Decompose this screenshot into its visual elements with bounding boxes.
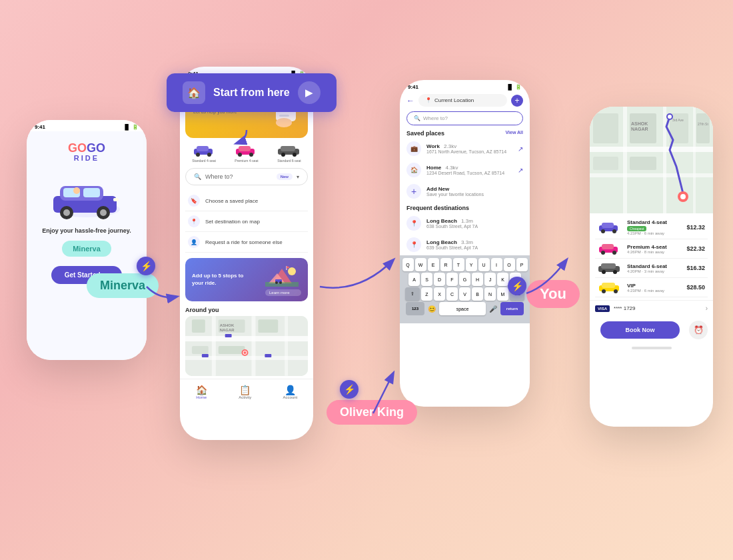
ride-standard-4[interactable]: Standard 4-seat Cheapest 4:23PM · 6 min … — [595, 216, 708, 239]
keyboard-row-1: Q W E R T Y U I O P — [401, 258, 528, 271]
key-z[interactable]: Z — [421, 287, 432, 301]
mic-key[interactable]: 🎤 — [487, 302, 499, 315]
bookmark-icon: 🔖 — [188, 195, 200, 207]
time-3: 9:41 — [408, 84, 418, 90]
car-premium-4[interactable]: Premium 4-seat — [235, 143, 258, 163]
work-nav-icon: ↗ — [518, 145, 523, 153]
svg-point-71 — [668, 115, 672, 119]
key-f[interactable]: F — [446, 273, 458, 286]
svg-rect-41 — [192, 319, 205, 333]
back-button[interactable]: ← — [406, 96, 414, 105]
key-p[interactable]: P — [516, 258, 528, 271]
svg-point-8 — [100, 209, 107, 216]
nav-account-label: Account — [283, 395, 298, 399]
map-destination-option[interactable]: 📍 Set destination on map — [185, 211, 308, 232]
ride-standard-6[interactable]: Standard 6-seat 4:20PM · 3 min away $16.… — [595, 259, 708, 278]
svg-point-17 — [196, 153, 200, 157]
ride-info-vip: VIP 4:23PM · 6 min away — [627, 283, 681, 293]
key-k[interactable]: K — [497, 273, 508, 286]
key-g[interactable]: G — [459, 273, 470, 286]
car-standard-6[interactable]: Standard 6-seat — [277, 143, 301, 163]
svg-rect-39 — [251, 316, 255, 376]
phone-booking: ASHOK NAGAR 3rd Ave 27th St Standard 4- — [590, 107, 713, 427]
key-r[interactable]: R — [440, 258, 452, 271]
nav-home[interactable]: 🏠 Home — [196, 385, 207, 399]
oliver-king-label: Oliver King — [327, 400, 417, 425]
key-q[interactable]: Q — [402, 258, 414, 271]
work-name: Work 2.3kv — [426, 143, 512, 149]
where-to-input[interactable]: 🔍 Where to? — [406, 111, 523, 125]
book-now-button[interactable]: Book Now — [600, 321, 680, 339]
lightning-badge-2: ⚡ — [340, 380, 359, 399]
ride-time-1: 4:23PM · 6 min away — [627, 231, 681, 235]
key-n[interactable]: N — [484, 287, 496, 301]
key-j[interactable]: J — [484, 273, 496, 286]
svg-point-14 — [276, 118, 292, 127]
add-location-button[interactable]: + — [511, 95, 523, 107]
key-shift[interactable]: ⇧ — [405, 287, 420, 301]
lb1-addr: 638 South Street, Apt 7A — [426, 224, 523, 229]
current-location-text: Current Location — [434, 97, 474, 103]
saved-place-option[interactable]: 🔖 Choose a saved place — [185, 191, 308, 211]
home-nav-icon: ↗ — [518, 167, 523, 174]
key-h[interactable]: H — [472, 273, 483, 286]
svg-rect-83 — [601, 263, 616, 269]
phone-welcome: 9:41 ▐▌ 🔋 GOGO RIDE — [27, 120, 147, 360]
car-illustration — [43, 173, 130, 219]
key-v[interactable]: V — [459, 287, 470, 301]
key-d[interactable]: D — [434, 273, 445, 286]
ride-price-2: $22.32 — [686, 245, 705, 252]
key-i[interactable]: I — [491, 258, 502, 271]
key-x[interactable]: X — [434, 287, 445, 301]
key-b[interactable]: B — [472, 287, 483, 301]
car-standard-4[interactable]: Standard 4-seat — [192, 143, 216, 163]
nav-activity[interactable]: 📋 Activity — [239, 385, 251, 399]
view-all-link[interactable]: View All — [506, 130, 523, 137]
longbeach-2[interactable]: 📍 Long Beach 3.3m 639 South Street, Apt … — [400, 234, 530, 255]
svg-point-89 — [614, 289, 618, 293]
longbeach-1[interactable]: 📍 Long Beach 1.3m 638 South Street, Apt … — [400, 213, 530, 234]
key-s[interactable]: S — [421, 273, 432, 286]
learn-more-button[interactable]: Learn more — [265, 289, 301, 296]
key-y[interactable]: Y — [466, 258, 477, 271]
emoji-key[interactable]: 😊 — [426, 302, 438, 315]
search-icon-3: 🔍 — [414, 115, 420, 121]
key-e[interactable]: E — [428, 258, 439, 271]
key-c[interactable]: C — [446, 287, 458, 301]
svg-point-9 — [73, 187, 80, 194]
start-from-here-button[interactable]: 🏠 Start from here ▶ — [167, 73, 337, 112]
phone-destination: 9:41 ▐▌ 🔋 ← 📍 Current Location + 🔍 Where… — [400, 80, 530, 407]
nav-account[interactable]: 👤 Account — [283, 385, 298, 399]
clock-icon[interactable]: ⏰ — [689, 321, 708, 339]
home-icon-button: 🏠 — [183, 81, 205, 104]
someone-else-option[interactable]: 👤 Request a ride for someone else — [185, 232, 308, 253]
dest-icon-1: 📍 — [406, 216, 421, 231]
ride-premium-4[interactable]: Premium 4-seat 4:26PM · 8 min away $22.3… — [595, 239, 708, 259]
key-o[interactable]: O — [504, 258, 515, 271]
key-w[interactable]: W — [415, 258, 426, 271]
svg-point-33 — [279, 281, 282, 284]
chevron-down-icon: ▾ — [297, 174, 299, 180]
key-space[interactable]: space — [439, 302, 486, 315]
key-m[interactable]: M — [497, 287, 508, 301]
svg-rect-36 — [185, 336, 308, 341]
nav-activity-label: Activity — [239, 395, 251, 399]
current-location-input[interactable]: 📍 Current Location — [418, 94, 507, 107]
search-bar[interactable]: 🔍 Where to? New ▾ — [185, 168, 308, 185]
svg-point-22 — [249, 153, 253, 157]
home-info: Home 4.3kv 1234 Desert Road, Tucson, AZ … — [426, 165, 512, 175]
svg-point-85 — [613, 270, 617, 274]
key-123[interactable]: 123 — [406, 302, 424, 315]
key-u[interactable]: U — [478, 258, 490, 271]
key-return[interactable]: return — [500, 302, 524, 315]
ride-vip[interactable]: VIP 4:23PM · 6 min away $28.50 — [595, 278, 708, 297]
key-t[interactable]: T — [453, 258, 464, 271]
cheapest-badge: Cheapest — [627, 226, 646, 231]
signal-icons-3: ▐▌ 🔋 — [506, 84, 522, 90]
home-place[interactable]: 🏠 Home 4.3kv 1234 Desert Road, Tucson, A… — [400, 159, 530, 181]
work-place[interactable]: 💼 Work 2.3kv 1671 North Avenue, Tucson, … — [400, 138, 530, 159]
saved-places-section: Saved places View All — [400, 127, 530, 138]
key-a[interactable]: A — [408, 273, 420, 286]
keyboard-bottom-bar — [401, 317, 528, 321]
add-new-place[interactable]: + Add New Save your favorite locations — [400, 181, 530, 202]
